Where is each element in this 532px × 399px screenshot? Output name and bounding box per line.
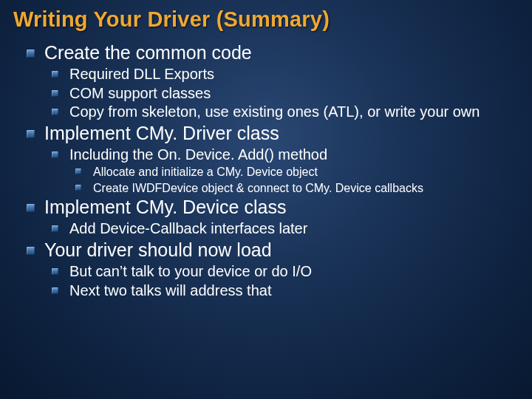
list-item: Allocate and initialize a CMy. Device ob… [75,165,519,180]
slide-title: Writing Your Driver (Summary) [13,7,519,32]
list-item: Copy from skeleton, use existing ones (A… [52,103,519,121]
list-item-text: Copy from skeleton, use existing ones (A… [69,103,480,120]
list-item: Implement CMy. Driver class [27,123,519,144]
list-item: Add Device-Callback interfaces later [52,220,519,238]
list-item: COM support classes [52,85,519,103]
list-item-text: Create IWDFDevice object & connect to CM… [93,182,423,194]
list-item: Next two talks will address that [52,282,519,300]
list-item-text: Required DLL Exports [69,66,214,82]
list-item: Implement CMy. Device class [27,197,519,218]
list-item-text: Implement CMy. Driver class [44,123,279,143]
list-item-text: Allocate and initialize a CMy. Device ob… [93,166,318,178]
list-item: Create IWDFDevice object & connect to CM… [75,181,519,196]
list-item-text: Implement CMy. Device class [44,197,286,217]
list-item: Required DLL Exports [52,66,519,83]
list-item-text: Your driver should now load [44,239,272,260]
list-item: But can’t talk to your device or do I/O [52,263,519,281]
list-item-text: COM support classes [69,85,211,101]
list-item-text: Next two talks will address that [69,282,271,299]
list-item: Your driver should now load [27,239,519,261]
slide-body: Create the common code Required DLL Expo… [13,42,519,299]
list-item-text: Add Device-Callback interfaces later [69,220,307,236]
list-item-text: Create the common code [44,42,252,63]
list-item: Including the On. Device. Add() method [52,146,519,164]
list-item-text: But can’t talk to your device or do I/O [69,263,312,279]
list-item: Create the common code [27,42,519,64]
list-item-text: Including the On. Device. Add() method [69,146,327,163]
